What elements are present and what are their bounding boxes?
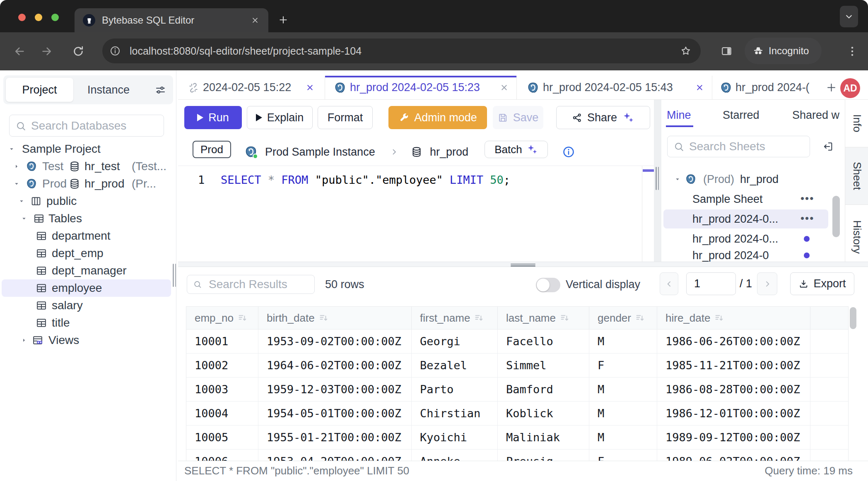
cell[interactable]: 1953-09-02T00:00:00Z	[258, 329, 412, 353]
browser-tab[interactable]: Bytebase SQL Editor	[75, 8, 268, 32]
tree-item-table-dept-emp[interactable]: dept_emp	[0, 245, 176, 262]
column-header[interactable]: emp_no	[186, 307, 258, 329]
table-row[interactable]: 100021964-06-02T00:00:00ZBezalelSimmelF1…	[186, 354, 848, 378]
cell[interactable]: M	[589, 378, 657, 401]
cell[interactable]: Maliniak	[498, 426, 589, 449]
cell[interactable]: Koblick	[498, 402, 589, 425]
horizontal-splitter[interactable]	[178, 262, 868, 271]
cell[interactable]: Bezalel	[412, 354, 498, 377]
caret-down-icon[interactable]	[13, 180, 20, 187]
cell[interactable]: 1985-11-21T00:00:00Z	[657, 354, 810, 377]
cell[interactable]: 10005	[186, 426, 258, 449]
tree-item-prod-db[interactable]: Prod hr_prod (Pr...	[0, 175, 176, 192]
side-panel-icon[interactable]	[721, 45, 733, 57]
export-button[interactable]: Export	[790, 272, 854, 295]
tab-shared[interactable]: Shared w	[792, 100, 839, 130]
cell[interactable]: Kyoichi	[412, 426, 498, 449]
tree-item-table-dept-manager[interactable]: dept_manager	[0, 262, 176, 279]
run-button[interactable]: Run	[184, 106, 242, 129]
prev-page-button[interactable]	[660, 272, 678, 295]
close-icon[interactable]	[500, 83, 509, 92]
cell[interactable]: Facello	[498, 329, 589, 353]
search-sheets-input[interactable]: Search Sheets	[667, 136, 810, 157]
sort-icon[interactable]	[237, 313, 248, 324]
cell[interactable]: 1953-04-20T00:00:00Z	[258, 450, 412, 461]
cell[interactable]: 10001	[186, 329, 258, 353]
sort-icon[interactable]	[474, 313, 485, 324]
vertical-display-toggle[interactable]	[536, 278, 560, 292]
sheet-item-2-selected[interactable]: hr_prod 2024-0... •••	[661, 209, 845, 228]
sheet-tab-4[interactable]: hr_prod 2024-(	[712, 76, 823, 100]
sidebar-resize-handle[interactable]	[173, 264, 174, 287]
minimize-window-button[interactable]	[35, 14, 42, 21]
tree-item-table-employee[interactable]: employee	[0, 279, 176, 297]
filter-settings-icon[interactable]	[155, 84, 166, 96]
tab-sheet[interactable]: Sheet	[845, 147, 868, 205]
cell[interactable]: 10006	[186, 450, 258, 461]
admin-mode-button[interactable]: Admin mode	[388, 106, 487, 129]
tree-item-tables-group[interactable]: Tables	[0, 210, 176, 227]
tree-item-project[interactable]: Sample Project	[0, 140, 176, 158]
column-header[interactable]: birth_date	[258, 307, 412, 329]
editor-scrollbar-thumb[interactable]	[643, 169, 654, 172]
cell[interactable]: 10003	[186, 378, 258, 401]
cell[interactable]: 1959-12-03T00:00:00Z	[258, 378, 412, 401]
info-icon[interactable]	[562, 146, 575, 158]
sheet-group-prod[interactable]: (Prod) hr_prod	[661, 170, 845, 189]
cell[interactable]: 1955-01-21T00:00:00Z	[258, 426, 412, 449]
next-page-button[interactable]	[757, 272, 777, 295]
editor-scrollbar[interactable]	[642, 166, 654, 262]
import-sheet-icon[interactable]	[822, 141, 834, 152]
sheet-item-4[interactable]: hr_prod 2024-0	[661, 246, 845, 262]
cell[interactable]: Bamford	[498, 378, 589, 401]
sql-editor[interactable]: 1 SELECT * FROM "public"."employee" LIMI…	[178, 166, 654, 262]
bookmark-star-icon[interactable]	[680, 45, 692, 57]
close-icon[interactable]	[306, 83, 314, 92]
cell[interactable]: F	[589, 450, 657, 461]
cell[interactable]: 1986-12-01T00:00:00Z	[657, 402, 810, 425]
caret-down-icon[interactable]	[8, 146, 15, 152]
more-actions-icon[interactable]: •••	[800, 209, 814, 227]
cell[interactable]: 10004	[186, 402, 258, 425]
sort-icon[interactable]	[714, 313, 725, 324]
cell[interactable]: Georgi	[412, 329, 498, 353]
caret-right-icon[interactable]	[21, 337, 27, 344]
site-info-icon[interactable]	[110, 46, 121, 56]
search-databases-input[interactable]: Search Databases	[9, 115, 164, 137]
sort-icon[interactable]	[635, 313, 646, 324]
instance-name[interactable]: Prod Sample Instance	[265, 138, 375, 166]
database-name[interactable]: hr_prod	[430, 138, 468, 166]
more-actions-icon[interactable]: •••	[800, 190, 814, 207]
sheet-tab-3[interactable]: hr_prod 2024-02-05 15:43	[517, 76, 712, 100]
splitter-handle2[interactable]	[511, 265, 535, 267]
cell[interactable]: Anneke	[412, 450, 498, 461]
tree-item-schema-public[interactable]: public	[0, 192, 176, 210]
tree-item-test-db[interactable]: Test hr_test (Test...	[0, 158, 176, 175]
splitter-handle[interactable]	[511, 264, 535, 265]
batch-chip[interactable]: Batch	[485, 141, 548, 158]
new-tab-button[interactable]	[278, 14, 289, 25]
tree-item-table-department[interactable]: department	[0, 227, 176, 245]
cell[interactable]: M	[589, 329, 657, 353]
cell[interactable]: 1986-08-28T00:00:00Z	[657, 378, 810, 401]
sheet-tab-2-active[interactable]: hr_prod 2024-02-05 15:23	[325, 76, 517, 100]
sidebar-resize-handle2[interactable]	[175, 264, 176, 287]
tab-project[interactable]: Project	[6, 78, 73, 102]
tab-history[interactable]: History	[845, 212, 868, 262]
column-header[interactable]: first_name	[412, 307, 498, 329]
table-row[interactable]: 100011953-09-02T00:00:00ZGeorgiFacelloM1…	[186, 329, 848, 354]
close-window-button[interactable]	[18, 14, 26, 21]
sort-icon[interactable]	[559, 313, 571, 324]
page-input[interactable]: 1	[686, 272, 736, 295]
new-sheet-icon[interactable]	[825, 82, 837, 94]
ai-sparkles-icon[interactable]	[622, 111, 634, 124]
format-button[interactable]: Format	[318, 106, 373, 129]
tab-starred[interactable]: Starred	[723, 100, 760, 130]
maximize-window-button[interactable]	[51, 14, 59, 21]
env-chip[interactable]: Prod	[193, 141, 231, 158]
tab-search-button[interactable]	[840, 6, 858, 27]
caret-right-icon[interactable]	[13, 163, 20, 170]
caret-down-icon[interactable]	[21, 215, 27, 222]
url-text[interactable]: localhost:8080/sql-editor/sheet/project-…	[130, 38, 362, 63]
panel-scrollbar-thumb[interactable]	[832, 196, 840, 237]
